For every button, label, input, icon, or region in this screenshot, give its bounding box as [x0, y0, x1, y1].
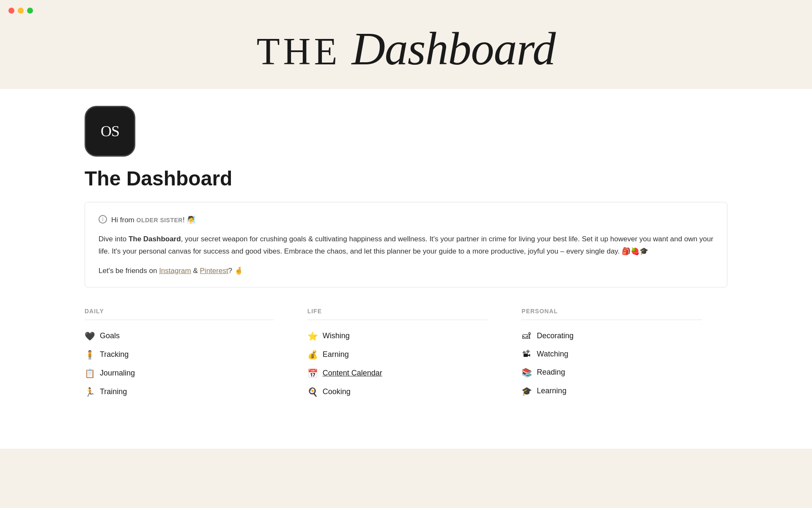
daily-nav-items: 🖤 Goals 🧍 Tracking 📋 Journaling 🏃 Traini… [85, 327, 274, 401]
decorating-icon: 🛋 [521, 331, 532, 341]
nav-item-decorating[interactable]: 🛋 Decorating [521, 327, 702, 345]
watching-icon: 📽 [521, 349, 532, 359]
and-text: & [193, 267, 200, 275]
wishing-label: Wishing [323, 331, 350, 340]
training-icon: 🏃 [85, 387, 95, 397]
header-the-text: THE [257, 30, 341, 72]
section-daily-title: DAILY [85, 308, 274, 320]
nav-item-journaling[interactable]: 📋 Journaling [85, 364, 274, 383]
traffic-lights [8, 8, 33, 14]
section-daily: DAILY 🖤 Goals 🧍 Tracking 📋 Journaling 🏃 … [85, 308, 299, 401]
minimize-button[interactable] [18, 8, 24, 14]
nav-sections: DAILY 🖤 Goals 🧍 Tracking 📋 Journaling 🏃 … [85, 308, 727, 401]
nav-item-watching[interactable]: 📽 Watching [521, 345, 702, 363]
learning-icon: 🎓 [521, 386, 532, 396]
main-content: OS The Dashboard i Hi from OLDER SISTER!… [0, 89, 812, 449]
header-dashboard-text: Dashboard [351, 23, 555, 75]
info-box-header: i Hi from OLDER SISTER! 🧖 [99, 214, 713, 226]
greeting-text: Hi from [111, 216, 137, 224]
section-personal-title: PERSONAL [521, 308, 702, 320]
dashboard-bold: The Dashboard [129, 235, 181, 243]
section-personal: PERSONAL 🛋 Decorating 📽 Watching 📚 Readi… [513, 308, 727, 401]
content-calendar-icon: 📅 [307, 368, 318, 378]
nav-item-earning[interactable]: 💰 Earning [307, 345, 488, 364]
nav-item-cooking[interactable]: 🍳 Cooking [307, 383, 488, 401]
info-box: i Hi from OLDER SISTER! 🧖 Dive into The … [85, 202, 727, 287]
nav-item-training[interactable]: 🏃 Training [85, 383, 274, 401]
section-life-title: LIFE [307, 308, 488, 320]
earning-icon: 💰 [307, 350, 318, 360]
reading-label: Reading [537, 368, 565, 377]
pinterest-link[interactable]: Pinterest [200, 267, 228, 275]
nav-item-reading[interactable]: 📚 Reading [521, 363, 702, 382]
training-label: Training [100, 387, 127, 396]
avatar-text: OS [101, 122, 119, 140]
personal-nav-items: 🛋 Decorating 📽 Watching 📚 Reading 🎓 Lear… [521, 327, 702, 400]
maximize-button[interactable] [27, 8, 33, 14]
page-title: The Dashboard [85, 167, 727, 190]
info-icon: i [99, 215, 107, 224]
brand-name: OLDER SISTER [137, 217, 183, 224]
learning-label: Learning [537, 387, 566, 395]
header-title: THE Dashboard [0, 25, 812, 72]
nav-item-learning[interactable]: 🎓 Learning [521, 382, 702, 400]
info-body: Dive into The Dashboard, your secret wea… [99, 233, 713, 258]
cooking-icon: 🍳 [307, 387, 318, 397]
journaling-label: Journaling [100, 369, 135, 378]
tracking-icon: 🧍 [85, 350, 95, 360]
avatar: OS [85, 106, 135, 157]
avatar-container: OS [85, 106, 727, 157]
nav-item-wishing[interactable]: ⭐ Wishing [307, 327, 488, 345]
cooking-label: Cooking [323, 387, 351, 396]
wishing-icon: ⭐ [307, 331, 318, 341]
content-calendar-label: Content Calendar [323, 369, 382, 378]
nav-item-content-calendar[interactable]: 📅 Content Calendar [307, 364, 488, 383]
friends-text: Let's be friends on [99, 267, 157, 275]
earning-label: Earning [323, 350, 349, 359]
goals-icon: 🖤 [85, 331, 95, 341]
section-life: LIFE ⭐ Wishing 💰 Earning 📅 Content Calen… [299, 308, 513, 401]
instagram-link[interactable]: Instagram [159, 267, 191, 275]
decorating-label: Decorating [537, 331, 573, 340]
header-banner: THE Dashboard [0, 0, 812, 89]
life-nav-items: ⭐ Wishing 💰 Earning 📅 Content Calendar 🍳… [307, 327, 488, 401]
nav-item-tracking[interactable]: 🧍 Tracking [85, 345, 274, 364]
friends-line: Let's be friends on Instagram & Pinteres… [99, 266, 713, 275]
watching-label: Watching [537, 350, 568, 359]
close-button[interactable] [8, 8, 14, 14]
journaling-icon: 📋 [85, 368, 95, 378]
tracking-label: Tracking [100, 350, 129, 359]
nav-item-goals[interactable]: 🖤 Goals [85, 327, 274, 345]
info-greeting: Hi from OLDER SISTER! 🧖 [111, 214, 195, 226]
reading-icon: 📚 [521, 367, 532, 378]
goals-label: Goals [100, 331, 120, 340]
